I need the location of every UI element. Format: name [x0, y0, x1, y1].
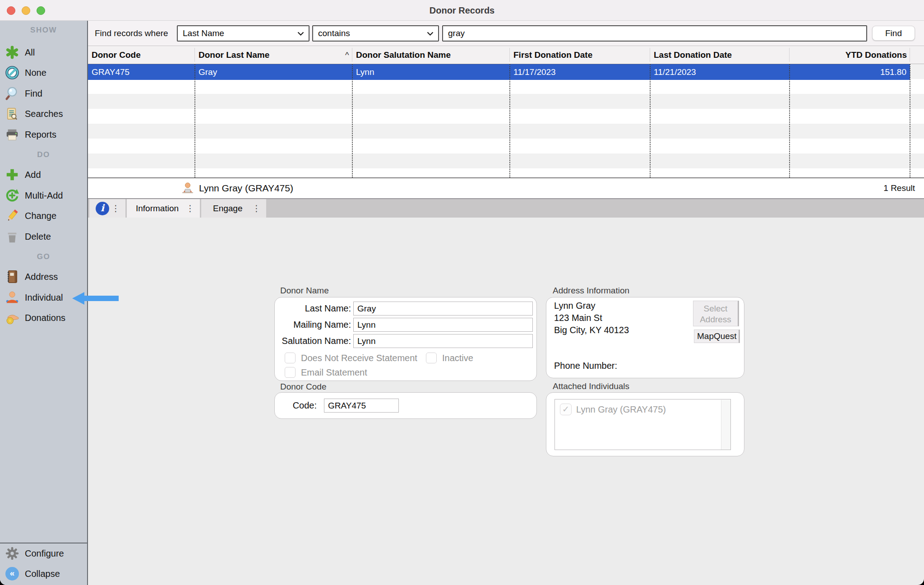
collapse-icon: « [4, 566, 20, 582]
select-address-button[interactable]: Select Address [693, 301, 739, 326]
search-document-icon [4, 106, 20, 122]
cell-last-donation: 11/21/2023 [654, 65, 696, 79]
column-header-donor-last-name[interactable]: Donor Last Name [199, 46, 269, 64]
sidebar-item-reports[interactable]: Reports [0, 125, 87, 144]
email-statement-label: Email Statement [301, 367, 367, 378]
cell-first-donation: 11/17/2023 [513, 65, 556, 79]
chevron-down-icon [297, 28, 304, 38]
sidebar-item-label: Collapse [25, 569, 60, 579]
sidebar-item-delete[interactable]: Delete [0, 227, 87, 246]
printer-icon [4, 126, 20, 143]
last-name-input[interactable] [353, 302, 533, 316]
kebab-menu-icon[interactable]: ⋮ [111, 204, 120, 213]
attached-individual-checkbox[interactable]: ✓ [560, 404, 572, 415]
sidebar-item-all[interactable]: All [0, 42, 87, 62]
cell-donor-code: GRAY475 [92, 65, 129, 79]
person-at-desk-icon [181, 181, 194, 197]
sidebar-item-none[interactable]: None [0, 63, 87, 83]
pencil-icon [4, 208, 20, 224]
donation-hand-icon [4, 310, 20, 326]
sidebar-section-go: GO [0, 250, 87, 264]
address-block: Lynn Gray 123 Main St Big City, KY 40123 [554, 300, 629, 336]
donor-name-legend: Donor Name [280, 286, 329, 296]
does-not-receive-statement-checkbox[interactable] [285, 353, 296, 363]
field-select-value: Last Name [183, 28, 224, 38]
search-query-input[interactable] [442, 25, 867, 42]
tab-label: Engage [213, 204, 243, 214]
sidebar-item-configure[interactable]: Configure [0, 543, 87, 563]
find-button[interactable]: Find [872, 26, 915, 41]
cell-salutation-name: Lynn [356, 65, 374, 79]
find-bar: Find records where Last Name contains Fi… [88, 21, 924, 46]
annotation-arrow-shaft [83, 296, 119, 301]
column-header-donor-code[interactable]: Donor Code [92, 46, 141, 64]
sidebar-item-change[interactable]: Change [0, 206, 87, 226]
record-header-bar: Lynn Gray (GRAY475) 1 Result [88, 178, 924, 199]
magnifier-icon [4, 85, 20, 102]
refresh-plus-icon [4, 187, 20, 204]
person-icon [4, 289, 20, 306]
field-select[interactable]: Last Name [177, 25, 310, 42]
code-label: Code: [272, 399, 317, 413]
sidebar-item-address[interactable]: Address [0, 267, 87, 287]
salutation-name-label: Salutation Name: [261, 334, 351, 348]
sidebar-item-multi-add[interactable]: Multi-Add [0, 186, 87, 205]
sidebar-item-label: Change [25, 211, 56, 221]
column-header-first-donation[interactable]: First Donation Date [513, 46, 592, 64]
sidebar-item-label: Individual [25, 292, 63, 303]
column-header-ytd-donations[interactable]: YTD Donations [845, 46, 907, 64]
inactive-label: Inactive [442, 352, 473, 364]
sidebar-section-do: DO [0, 148, 87, 162]
sidebar-item-label: All [25, 47, 35, 58]
sidebar-item-label: Donations [25, 313, 65, 323]
kebab-menu-icon[interactable]: ⋮ [186, 204, 194, 213]
does-not-receive-statement-label: Does Not Receive Statement [301, 352, 417, 364]
inactive-checkbox[interactable] [426, 353, 437, 363]
phone-number-label: Phone Number: [554, 361, 617, 371]
sidebar-item-label: Reports [25, 130, 56, 140]
sidebar-item-label: Address [25, 272, 58, 282]
sidebar-item-label: None [25, 68, 46, 78]
address-line: Big City, KY 40123 [554, 324, 629, 336]
none-icon [4, 65, 20, 81]
results-table-body: GRAY475 Gray Lynn 11/17/2023 11/21/2023 … [88, 64, 924, 178]
column-header-last-donation[interactable]: Last Donation Date [654, 46, 732, 64]
attached-individuals-list: ✓ Lynn Gray (GRAY475) [554, 399, 731, 450]
operator-select[interactable]: contains [312, 25, 439, 42]
info-menu-tab[interactable]: i ⋮ [89, 199, 125, 218]
sidebar-item-collapse[interactable]: « Collapse [0, 564, 87, 584]
kebab-menu-icon[interactable]: ⋮ [252, 204, 261, 213]
attached-individuals-legend: Attached Individuals [553, 381, 629, 391]
address-line: 123 Main St [554, 312, 629, 324]
tab-information[interactable]: Information ⋮ [127, 199, 200, 218]
tab-engage[interactable]: Engage ⋮ [201, 199, 266, 218]
trash-icon [4, 228, 20, 245]
column-header-salutation-name[interactable]: Donor Salutation Name [356, 46, 451, 64]
mailing-name-input[interactable] [353, 318, 533, 332]
tab-bar: i ⋮ Information ⋮ Engage ⋮ [88, 199, 924, 218]
list-scrollbar[interactable] [721, 400, 730, 450]
sidebar-item-label: Searches [25, 109, 63, 119]
sidebar-item-add[interactable]: Add [0, 165, 87, 185]
code-input[interactable] [324, 399, 399, 413]
table-row-selected[interactable]: GRAY475 Gray Lynn 11/17/2023 11/21/2023 … [88, 64, 910, 80]
mapquest-button[interactable]: MapQuest [694, 330, 740, 343]
donor-code-legend: Donor Code [280, 382, 326, 392]
asterisk-icon [4, 44, 20, 60]
sidebar-item-find[interactable]: Find [0, 84, 87, 103]
gear-icon [4, 545, 20, 562]
sidebar-item-donations[interactable]: Donations [0, 308, 87, 328]
sidebar-item-searches[interactable]: Searches [0, 104, 87, 124]
window-title: Donor Records [0, 0, 924, 21]
cell-donor-last-name: Gray [199, 65, 217, 79]
sidebar-item-label: Delete [25, 232, 51, 242]
last-name-label: Last Name: [261, 302, 351, 316]
sort-ascending-icon[interactable]: ^ [345, 46, 349, 64]
email-statement-checkbox[interactable] [285, 367, 296, 378]
address-information-legend: Address Information [553, 286, 629, 296]
sidebar-item-label: Find [25, 88, 42, 99]
salutation-name-input[interactable] [353, 334, 533, 348]
address-book-icon [4, 269, 20, 285]
cell-ytd-donations: 151.80 [880, 65, 906, 79]
record-title: Lynn Gray (GRAY475) [199, 178, 293, 198]
